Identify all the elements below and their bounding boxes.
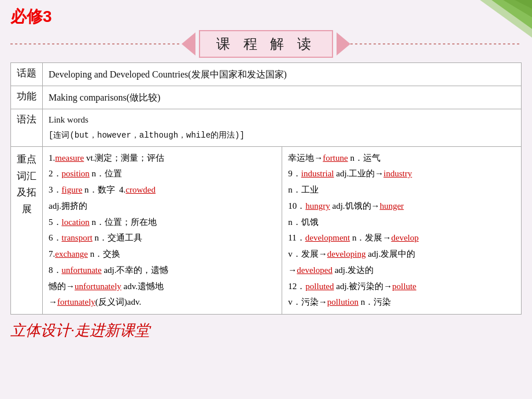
vocab-item-12: 12．polluted adj.被污染的→pollute <box>288 282 416 291</box>
main-table: 话题 Developing and Developed Countries(发展… <box>10 62 522 315</box>
ribbon-title: 课 程 解 读 <box>216 35 316 53</box>
word-industrial: industrial <box>301 169 334 178</box>
footer-text: 立体设计·走进新课堂 <box>10 320 150 341</box>
vocab-item-8c: →fortunately(反义词)adv. <box>49 297 141 306</box>
grammar-detail: [连词(but，however，although，while的用法)] <box>49 131 245 140</box>
ribbon-arrow-left <box>182 32 195 56</box>
vocab-right-col: 幸运地→fortune n．运气 9．industrial adj.工业的→in… <box>282 146 522 315</box>
topic-content: Developing and Developed Countries(发展中国家… <box>43 63 522 86</box>
word-pollute: pollute <box>392 282 416 291</box>
vocab-item-5: 5．location n．位置；所在地 <box>49 217 157 227</box>
vocab-item-12b: v．污染→pollution n．污染 <box>288 297 391 306</box>
word-fortunately: fortunately <box>57 297 95 306</box>
vocab-item-2: 2．position n．位置 <box>49 169 122 178</box>
ribbon-right-line <box>350 43 522 45</box>
topic-row: 话题 Developing and Developed Countries(发展… <box>11 63 522 86</box>
vocab-item-lucky: 幸运地→fortune n．运气 <box>288 153 380 162</box>
word-develop: develop <box>391 233 418 242</box>
header-ribbon: 课 程 解 读 <box>10 30 522 58</box>
word-unfortunate: unfortunate <box>62 265 102 275</box>
word-development: development <box>305 233 350 242</box>
word-hunger: hunger <box>380 201 404 210</box>
grammar-row: 语法 Link words [连词(but，however，although，w… <box>11 109 522 146</box>
top-bar: 必修3 <box>0 0 532 30</box>
function-row: 功能 Making comparisons(做比较) <box>11 86 522 109</box>
word-developed: developed <box>297 265 332 275</box>
word-unfortunately: unfortunately <box>75 282 121 291</box>
vocab-item-3b: adj.拥挤的 <box>49 201 87 210</box>
ribbon-center: 课 程 解 读 <box>182 30 350 58</box>
word-exchange: exchange <box>55 249 88 258</box>
vocab-label: 重点词汇及拓展 <box>11 146 43 315</box>
vocab-item-10b: n．饥饿 <box>288 217 319 227</box>
vocab-left-col: 1.measure vt.测定；测量；评估 2．position n．位置 3．… <box>43 146 282 315</box>
vocab-item-9: 9．industrial adj.工业的→industry <box>288 169 412 178</box>
vocab-item-9b: n．工业 <box>288 185 319 194</box>
footer: 立体设计·走进新课堂 <box>10 320 522 341</box>
word-transport: transport <box>62 233 93 242</box>
word-location: location <box>62 217 90 227</box>
word-hungry: hungry <box>305 201 330 210</box>
vocab-item-11c: →developed adj.发达的 <box>288 265 373 275</box>
vocab-item-7: 7.exchange n．交换 <box>49 249 120 258</box>
word-crowded: crowded <box>125 185 156 194</box>
vocab-item-6: 6．transport n．交通工具 <box>49 233 142 242</box>
vocab-item-8b: 憾的→unfortunately adv.遗憾地 <box>49 282 164 291</box>
vocab-item-3: 3．figure n．数字 4.crowded <box>49 185 156 194</box>
word-measure: measure <box>55 153 84 162</box>
grammar-label: 语法 <box>11 109 43 146</box>
word-polluted: polluted <box>305 282 334 291</box>
grammar-content: Link words [连词(but，however，although，whil… <box>43 109 522 146</box>
vocab-item-11: 11．development n．发展→develop <box>288 233 419 242</box>
word-fortune: fortune <box>323 153 348 162</box>
vocab-item-11b: v．发展→developing adj.发展中的 <box>288 249 415 258</box>
vocab-item-10: 10．hungry adj.饥饿的→hunger <box>288 201 404 210</box>
vocab-row: 重点词汇及拓展 1.measure vt.测定；测量；评估 2．position… <box>11 146 522 315</box>
ribbon-arrow-right <box>337 32 350 56</box>
word-figure: figure <box>62 185 83 194</box>
ribbon-title-box: 课 程 解 读 <box>199 30 333 58</box>
topic-label: 话题 <box>11 63 43 86</box>
word-position: position <box>62 169 90 178</box>
function-label: 功能 <box>11 86 43 109</box>
word-industry: industry <box>383 169 412 178</box>
course-title: 必修3 <box>10 6 52 28</box>
vocab-item-1: 1.measure vt.测定；测量；评估 <box>49 153 164 162</box>
function-content: Making comparisons(做比较) <box>43 86 522 109</box>
word-pollution: pollution <box>327 297 359 306</box>
word-developing: developing <box>327 249 366 258</box>
ribbon-left-line <box>10 43 182 45</box>
vocab-item-8: 8．unfortunate adj.不幸的，遗憾 <box>49 265 168 275</box>
